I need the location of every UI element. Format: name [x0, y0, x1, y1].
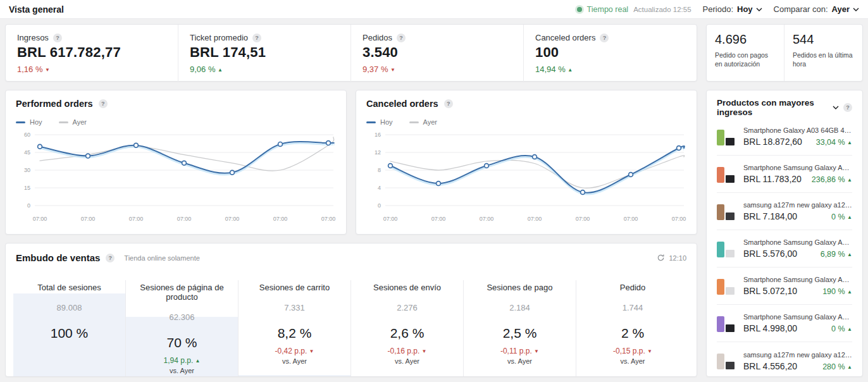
- trend-up-icon: ▲: [847, 140, 852, 145]
- kpi-delta-value: 1,16 %: [17, 65, 42, 74]
- page-title: Vista general: [9, 4, 64, 15]
- funnel-step-percent: 70 %: [126, 335, 238, 350]
- product-list-item[interactable]: Smartphone Samsung Galaxy A72, C…BRL 4.9…: [717, 305, 852, 342]
- product-delta: 6,89 % ▲: [821, 250, 852, 259]
- product-list-item[interactable]: Smartphone Samsung Galaxy A32 12…BRL 5.0…: [717, 268, 852, 305]
- help-icon[interactable]: ?: [53, 34, 62, 42]
- product-delta: 33,04 % ▲: [816, 138, 852, 147]
- kpi-label: Ingresos: [17, 33, 49, 42]
- funnel-step: Sesiones de pago2.1842,5 %-0,11 p.p. ▼vs…: [464, 280, 576, 376]
- help-icon[interactable]: ?: [843, 103, 852, 112]
- svg-text:07:00: 07:00: [273, 216, 288, 222]
- product-thumbnail: [717, 240, 736, 257]
- svg-text:60: 60: [24, 132, 30, 138]
- legend-item-hoy: Hoy: [366, 118, 393, 126]
- product-name: samsung a127m new galaxy a12 64gb…: [743, 351, 852, 359]
- funnel-step-delta: 1,94 p.p. ▲: [126, 356, 238, 365]
- side-stat-label: Pedido con pagos en autorización: [715, 51, 776, 68]
- product-name: Smartphone Samsung Galaxy A22 12…: [743, 238, 852, 246]
- kpi-label: Ticket promedio: [190, 33, 248, 42]
- kpi-card-pedidos: Pedidos ? 3.540 9,37 % ▼: [351, 25, 524, 82]
- funnel-step-label: Pedido: [576, 280, 689, 292]
- kpi-card-ingresos: Ingresos ? BRL 617.782,77 1,16 % ▼: [6, 25, 178, 82]
- yesterday-line-swatch-icon: [409, 121, 419, 123]
- product-info: Smartphone Samsung Galaxy A32 12…BRL 5.0…: [743, 276, 852, 296]
- product-list-item[interactable]: samsung a127m new galaxy a12 64gb…BRL 4.…: [717, 342, 852, 377]
- svg-text:15: 15: [24, 185, 30, 191]
- box-image: [726, 250, 735, 257]
- funnel-step-label: Sesiones de carrito: [239, 280, 350, 292]
- funnel-subtitle: Tienda online solamente: [124, 254, 199, 262]
- product-list-item[interactable]: Smartphone Galaxy A03 64GB 4G Wi-…BRL 18…: [717, 118, 852, 156]
- chevron-down-icon[interactable]: [833, 106, 839, 109]
- kpi-delta-value: 9,37 %: [363, 65, 388, 74]
- help-icon[interactable]: ?: [444, 99, 453, 108]
- product-revenue: BRL 4.556,20: [743, 361, 797, 371]
- svg-text:07:00: 07:00: [528, 216, 542, 222]
- side-stat-label: Pedidos en la última hora: [793, 51, 854, 68]
- funnel-step-percent: 100 %: [13, 326, 125, 341]
- funnel-title: Embudo de ventas: [16, 252, 100, 263]
- funnel-step-percent: 2,6 %: [351, 326, 463, 341]
- trend-arrow-icon: ▼: [45, 67, 50, 73]
- trend-up-icon: ▲: [195, 358, 201, 364]
- phone-image: [717, 130, 724, 145]
- legend-label: Ayer: [423, 118, 437, 126]
- funnel-vs-label: vs. Ayer: [464, 357, 576, 365]
- phone-image: [717, 242, 724, 257]
- legend-item-ayer: Ayer: [59, 118, 87, 126]
- kpi-card-ticket-promedio: Ticket promedio ? BRL 174,51 9,06 % ▲: [178, 25, 351, 82]
- help-icon[interactable]: ?: [106, 254, 115, 262]
- svg-text:07:00: 07:00: [624, 216, 638, 222]
- chart-title: Performed orders: [16, 99, 93, 109]
- svg-text:07:00: 07:00: [177, 216, 192, 222]
- help-icon[interactable]: ?: [99, 99, 108, 108]
- product-info: Smartphone Samsung Galaxy A32 12…BRL 11.…: [743, 164, 852, 184]
- phone-image: [717, 316, 724, 332]
- kpi-delta-value: 14,94 %: [535, 65, 566, 74]
- funnel-step-delta: -0,11 p.p. ▼: [464, 347, 576, 355]
- products-list: Smartphone Galaxy A03 64GB 4G Wi-…BRL 18…: [717, 118, 852, 377]
- product-delta: 0 % ▲: [831, 324, 852, 333]
- chart-legend: Hoy Ayer: [366, 118, 686, 126]
- phone-image: [717, 167, 724, 183]
- product-delta: 190 % ▲: [822, 287, 852, 296]
- performed-orders-chart-card: Performed orders ? Hoy Ayer 01530456007:…: [5, 90, 347, 235]
- product-name: samsung a127m new galaxy a12 64gb…: [743, 201, 852, 209]
- compare-selector[interactable]: Comparar con: Ayer: [774, 4, 859, 14]
- period-selector[interactable]: Periodo: Hoy: [703, 4, 762, 14]
- funnel-step-value: 7.331: [239, 303, 350, 312]
- trend-up-icon: ▲: [847, 214, 852, 220]
- trend-up-icon: ▲: [847, 177, 852, 183]
- product-list-item[interactable]: Smartphone Samsung Galaxy A32 12…BRL 11.…: [717, 156, 852, 193]
- trend-down-icon: ▼: [422, 348, 427, 354]
- dashboard-layout: Ingresos ? BRL 617.782,77 1,16 % ▼ Ticke…: [0, 19, 868, 382]
- side-stat-ultima-hora: 544 Pedidos en la última hora: [784, 25, 862, 81]
- trend-up-icon: ▲: [847, 289, 852, 295]
- canceled-orders-chart-card: Canceled orders ? Hoy Ayer 048121607:000…: [356, 90, 697, 235]
- product-list-item[interactable]: Smartphone Samsung Galaxy A22 12…BRL 5.5…: [717, 230, 852, 268]
- today-line-swatch-icon: [366, 121, 376, 123]
- funnel-step-percent: 2 %: [576, 326, 689, 341]
- funnel-step: Total de sesiones89.008100 %: [13, 280, 126, 376]
- product-revenue: BRL 11.783,20: [743, 174, 802, 184]
- svg-text:07:00: 07:00: [33, 216, 47, 222]
- topbar-controls: Tiempo real Actualizado 12:55 Periodo: H…: [577, 4, 859, 14]
- refresh-icon[interactable]: [657, 254, 665, 262]
- product-thumbnail: [717, 166, 736, 183]
- legend-label: Hoy: [380, 118, 393, 126]
- trend-up-icon: ▲: [847, 326, 852, 332]
- funnel-step-delta: -0,16 p.p. ▼: [351, 347, 463, 355]
- product-list-item[interactable]: samsung a127m new galaxy a12 64gb…BRL 7.…: [717, 193, 852, 230]
- help-icon[interactable]: ?: [397, 34, 406, 42]
- funnel-step-value: 1.744: [576, 303, 689, 312]
- funnel-columns: Total de sesiones89.008100 %Sesiones de …: [13, 280, 689, 376]
- funnel-step-value: 2.276: [351, 303, 463, 312]
- svg-text:07:00: 07:00: [480, 216, 494, 222]
- svg-text:07:00: 07:00: [225, 216, 240, 222]
- help-icon[interactable]: ?: [252, 34, 261, 42]
- svg-text:07:00: 07:00: [431, 216, 446, 222]
- help-icon[interactable]: ?: [600, 34, 609, 42]
- box-image: [726, 213, 735, 220]
- product-thumbnail: [717, 278, 736, 295]
